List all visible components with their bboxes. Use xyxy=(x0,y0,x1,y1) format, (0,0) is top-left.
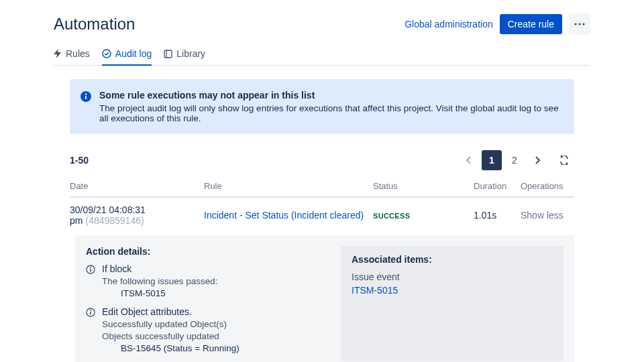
more-actions-button[interactable] xyxy=(569,13,590,35)
svg-point-7 xyxy=(85,93,87,95)
col-duration: Duration xyxy=(474,181,521,191)
tab-rules-label: Rules xyxy=(66,48,90,59)
header-actions: Global administration Create rule xyxy=(405,13,590,35)
svg-rect-4 xyxy=(164,50,172,58)
info-icon xyxy=(80,91,91,123)
banner-title: Some rule executions may not appear in t… xyxy=(99,90,564,101)
if-block-label: If block xyxy=(102,263,218,274)
svg-rect-14 xyxy=(90,312,91,315)
global-admin-link[interactable]: Global administration xyxy=(405,19,493,29)
svg-point-13 xyxy=(90,310,91,311)
table-header: Date Rule Status Duration Operations xyxy=(70,176,574,198)
table-row: 30/09/21 04:08:31 pm(4849859146) Inciden… xyxy=(70,198,574,233)
bolt-icon xyxy=(54,49,62,58)
page-title: Automation xyxy=(54,15,135,34)
info-outline-icon xyxy=(86,265,95,298)
chevron-left-icon xyxy=(466,156,472,164)
refresh-button[interactable] xyxy=(554,150,574,170)
edit-obj-label: Edit Object attributes. xyxy=(102,306,239,317)
edit-objects-text: Objects successfully updated xyxy=(102,331,239,341)
pager-page-1[interactable]: 1 xyxy=(482,150,502,170)
action-details: Action details: If block The following i… xyxy=(75,235,574,362)
result-range: 1-50 xyxy=(70,155,89,166)
svg-point-0 xyxy=(574,23,576,25)
check-circle-icon xyxy=(102,49,111,58)
library-icon xyxy=(164,50,172,58)
row-duration: 1.01s xyxy=(474,210,521,221)
pagination: 1 2 xyxy=(459,150,574,170)
pager-next[interactable] xyxy=(527,150,547,170)
tab-library[interactable]: Library xyxy=(164,43,205,66)
tab-library-label: Library xyxy=(176,48,205,59)
chevron-right-icon xyxy=(535,156,540,164)
col-operations: Operations xyxy=(521,181,574,191)
tabs: Rules Audit log Library xyxy=(54,43,590,66)
create-rule-button[interactable]: Create rule xyxy=(500,14,562,34)
associated-title: Associated items: xyxy=(352,254,553,265)
refresh-icon xyxy=(559,156,570,165)
edit-success-text: Successfully updated Object(s) xyxy=(102,319,239,329)
more-icon xyxy=(574,23,585,25)
banner-text: The project audit log will only show log… xyxy=(99,103,564,123)
tab-audit-log-label: Audit log xyxy=(115,48,152,59)
svg-point-1 xyxy=(578,23,580,25)
toggle-details[interactable]: Show less xyxy=(521,210,564,221)
row-id: (4849859146) xyxy=(85,215,144,226)
svg-rect-11 xyxy=(90,269,91,272)
info-outline-icon xyxy=(86,308,95,353)
if-passed-text: The following issues passed: xyxy=(102,276,218,286)
details-title: Action details: xyxy=(86,246,327,257)
svg-point-10 xyxy=(90,267,91,268)
svg-rect-8 xyxy=(85,96,87,99)
svg-point-2 xyxy=(582,23,584,25)
pager-page-2[interactable]: 2 xyxy=(504,150,525,170)
pager-prev[interactable] xyxy=(459,150,479,170)
rule-link[interactable]: Incident - Set Status (Incident cleared) xyxy=(204,210,364,221)
associated-link[interactable]: ITSM-5015 xyxy=(352,285,553,296)
if-issue-key: ITSM-5015 xyxy=(102,288,218,298)
tab-rules[interactable]: Rules xyxy=(54,43,90,66)
info-banner: Some rule executions may not appear in t… xyxy=(70,79,574,134)
status-badge: SUCCESS xyxy=(373,212,410,220)
edit-obj-value: BS-15645 (Status = Running) xyxy=(102,343,239,353)
col-date: Date xyxy=(70,181,204,191)
associated-label: Issue event xyxy=(352,272,553,282)
col-rule: Rule xyxy=(204,181,373,191)
tab-audit-log[interactable]: Audit log xyxy=(102,43,152,66)
col-status: Status xyxy=(373,181,474,191)
